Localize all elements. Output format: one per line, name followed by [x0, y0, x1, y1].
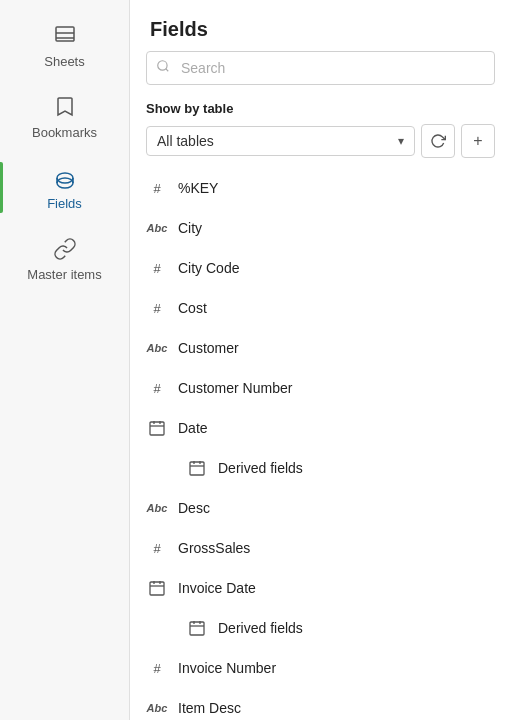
field-name: Customer — [178, 340, 239, 356]
field-item-item-desc[interactable]: Abc Item Desc — [130, 688, 511, 720]
field-name: GrossSales — [178, 540, 250, 556]
show-by-label: Show by table — [146, 101, 495, 116]
calendar-icon — [146, 417, 168, 439]
svg-rect-13 — [190, 462, 204, 475]
field-item-date-derived[interactable]: Derived fields — [130, 448, 511, 488]
svg-line-8 — [166, 69, 169, 72]
field-item-customer[interactable]: Abc Customer — [130, 328, 511, 368]
calendar-icon — [186, 617, 208, 639]
field-item-key[interactable]: # %KEY — [130, 168, 511, 208]
sidebar-item-sheets[interactable]: Sheets — [0, 10, 129, 81]
sidebar-label-fields: Fields — [47, 196, 82, 211]
field-item-invoice-date[interactable]: Invoice Date — [130, 568, 511, 608]
svg-rect-0 — [56, 27, 74, 41]
sidebar-item-bookmarks[interactable]: Bookmarks — [0, 81, 129, 152]
abc-icon: Abc — [146, 697, 168, 719]
field-name: City Code — [178, 260, 239, 276]
field-name: Desc — [178, 500, 210, 516]
abc-icon: Abc — [146, 217, 168, 239]
field-name: Invoice Date — [178, 580, 256, 596]
field-name: Item Desc — [178, 700, 241, 716]
sidebar-item-fields[interactable]: Fields — [0, 152, 129, 223]
field-name: City — [178, 220, 202, 236]
abc-icon: Abc — [146, 497, 168, 519]
field-item-customer-number[interactable]: # Customer Number — [130, 368, 511, 408]
field-item-desc[interactable]: Abc Desc — [130, 488, 511, 528]
chevron-down-icon: ▾ — [398, 134, 404, 148]
field-name: Customer Number — [178, 380, 292, 396]
search-bar — [146, 51, 495, 85]
show-by-table-section: Show by table All tables ▾ + — [130, 97, 511, 168]
hash-icon: # — [146, 257, 168, 279]
abc-icon: Abc — [146, 337, 168, 359]
field-name: Date — [178, 420, 208, 436]
main-content: Fields Show by table All tables ▾ — [130, 0, 511, 720]
table-filter-row: All tables ▾ + — [146, 124, 495, 158]
bookmarks-icon — [51, 93, 79, 121]
hash-icon: # — [146, 537, 168, 559]
plus-icon: + — [473, 132, 482, 150]
hash-icon: # — [146, 297, 168, 319]
field-name: Derived fields — [218, 460, 303, 476]
sidebar-label-bookmarks: Bookmarks — [32, 125, 97, 140]
sidebar-item-master-items[interactable]: Master items — [0, 223, 129, 294]
svg-rect-17 — [150, 582, 164, 595]
field-item-cost[interactable]: # Cost — [130, 288, 511, 328]
master-items-icon — [51, 235, 79, 263]
hash-icon: # — [146, 657, 168, 679]
hash-icon: # — [146, 177, 168, 199]
svg-rect-21 — [190, 622, 204, 635]
calendar-icon — [186, 457, 208, 479]
search-icon — [156, 59, 170, 77]
search-input[interactable] — [146, 51, 495, 85]
table-dropdown[interactable]: All tables ▾ — [146, 126, 415, 156]
fields-list: # %KEY Abc City # City Code # Cost Abc C… — [130, 168, 511, 720]
field-name: %KEY — [178, 180, 218, 196]
hash-icon: # — [146, 377, 168, 399]
calendar-icon — [146, 577, 168, 599]
sidebar-label-sheets: Sheets — [44, 54, 84, 69]
svg-rect-9 — [150, 422, 164, 435]
svg-point-7 — [158, 61, 167, 70]
field-item-invoice-number[interactable]: # Invoice Number — [130, 648, 511, 688]
add-button[interactable]: + — [461, 124, 495, 158]
page-title: Fields — [130, 0, 511, 51]
field-item-city[interactable]: Abc City — [130, 208, 511, 248]
refresh-button[interactable] — [421, 124, 455, 158]
field-item-invoice-date-derived[interactable]: Derived fields — [130, 608, 511, 648]
table-dropdown-value: All tables — [157, 133, 214, 149]
field-name: Derived fields — [218, 620, 303, 636]
field-item-date[interactable]: Date — [130, 408, 511, 448]
field-name: Cost — [178, 300, 207, 316]
sidebar-label-master-items: Master items — [27, 267, 101, 282]
field-item-gross-sales[interactable]: # GrossSales — [130, 528, 511, 568]
sheets-icon — [51, 22, 79, 50]
field-item-city-code[interactable]: # City Code — [130, 248, 511, 288]
field-name: Invoice Number — [178, 660, 276, 676]
fields-icon — [51, 164, 79, 192]
sidebar: Sheets Bookmarks Fields Master i — [0, 0, 130, 720]
